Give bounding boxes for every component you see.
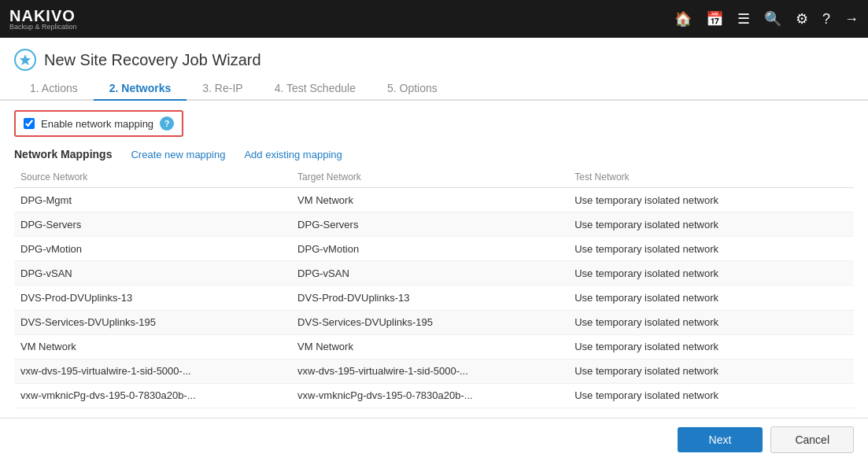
cell-target: DVS-Services-DVUplinks-195 [291,310,568,334]
table-row: DVS-Prod-DVUplinks-13DVS-Prod-DVUplinks-… [14,286,854,310]
cell-target: DPG-vMotion [291,237,568,261]
table-row: DPG-vSANDPG-vSANUse temporary isolated n… [14,261,854,286]
cell-test: Use temporary isolated network [568,188,854,212]
mapping-table: Source Network Target Network Test Netwo… [14,167,854,408]
main-container: New Site Recovery Job Wizard 1. Actions … [0,38,868,461]
cell-target: VM Network [291,334,568,359]
footer: Next Cancel [0,418,868,461]
table-body: DPG-MgmtVM NetworkUse temporary isolated… [14,188,854,408]
cell-target: DPG-Servers [291,212,568,237]
home-icon[interactable]: 🏠 [674,10,692,28]
calendar-icon[interactable]: 📅 [706,10,723,28]
enable-mapping-row: Enable network mapping ? [14,110,183,137]
cell-target: VM Network [291,188,568,212]
settings-icon[interactable]: ⚙ [796,10,808,28]
table-row: vxw-dvs-195-virtualwire-1-sid-5000-...vx… [14,359,854,383]
topbar: NAKIVO Backup & Replication 🏠 📅 ☰ 🔍 ⚙ ? … [0,0,868,38]
topbar-icons: 🏠 📅 ☰ 🔍 ⚙ ? → [674,10,859,28]
create-new-mapping-link[interactable]: Create new mapping [131,149,225,160]
table-header: Source Network Target Network Test Netwo… [14,167,854,188]
tab-actions[interactable]: 1. Actions [14,77,94,101]
cell-target: DPG-vSAN [291,261,568,286]
cell-source: DPG-vMotion [14,237,291,261]
cell-source: DPG-Mgmt [14,188,291,212]
table-row: DVS-Services-DVUplinks-195DVS-Services-D… [14,310,854,334]
table-row: DPG-ServersDPG-ServersUse temporary isol… [14,212,854,237]
logout-icon[interactable]: → [844,11,859,28]
cell-source: vxw-dvs-195-virtualwire-1-sid-5000-... [14,359,291,383]
cell-source: DVS-Prod-DVUplinks-13 [14,286,291,310]
col-header-source: Source Network [14,167,291,188]
cell-target: vxw-vmknicPg-dvs-195-0-7830a20b-... [291,383,568,408]
cell-source: DPG-vSAN [14,261,291,286]
col-header-target: Target Network [291,167,568,188]
cell-test: Use temporary isolated network [568,212,854,237]
cell-source: VM Network [14,334,291,359]
tab-reip[interactable]: 3. Re-IP [187,77,258,101]
tab-test-schedule[interactable]: 4. Test Schedule [259,77,371,101]
network-mappings-header: Network Mappings Create new mapping Add … [14,148,854,160]
cell-source: vxw-vmknicPg-dvs-195-0-7830a20b-... [14,383,291,408]
table-row: DPG-vMotionDPG-vMotionUse temporary isol… [14,237,854,261]
tabs-bar: 1. Actions 2. Networks 3. Re-IP 4. Test … [0,71,868,101]
col-header-test: Test Network [568,167,854,188]
content-area: Enable network mapping ? Network Mapping… [0,101,868,418]
cell-source: DPG-Servers [14,212,291,237]
logo: NAKIVO Backup & Replication [9,8,77,31]
add-existing-mapping-link[interactable]: Add existing mapping [244,149,342,160]
table-row: vxw-vmknicPg-dvs-195-0-7830a20b-...vxw-v… [14,383,854,408]
help-icon[interactable]: ? [822,11,830,28]
cell-target: vxw-dvs-195-virtualwire-1-sid-5000-... [291,359,568,383]
cell-test: Use temporary isolated network [568,237,854,261]
table-row: DPG-MgmtVM NetworkUse temporary isolated… [14,188,854,212]
cell-test: Use temporary isolated network [568,383,854,408]
logo-nakivo: NAKIVO [9,8,77,24]
tab-options[interactable]: 5. Options [371,77,453,101]
cell-test: Use temporary isolated network [568,334,854,359]
enable-mapping-checkbox[interactable] [24,118,35,129]
logo-subtitle: Backup & Replication [9,24,77,31]
wizard-header: New Site Recovery Job Wizard [0,38,868,71]
cell-target: DVS-Prod-DVUplinks-13 [291,286,568,310]
next-button[interactable]: Next [678,427,763,452]
table-row: VM NetworkVM NetworkUse temporary isolat… [14,334,854,359]
network-mappings-title: Network Mappings [14,148,112,160]
cell-test: Use temporary isolated network [568,286,854,310]
enable-mapping-label: Enable network mapping [41,118,153,130]
cell-test: Use temporary isolated network [568,310,854,334]
cancel-button[interactable]: Cancel [770,426,854,453]
cell-source: DVS-Services-DVUplinks-195 [14,310,291,334]
mapping-help-icon[interactable]: ? [160,116,174,131]
list-icon[interactable]: ☰ [737,10,750,28]
cell-test: Use temporary isolated network [568,359,854,383]
cell-test: Use temporary isolated network [568,261,854,286]
search-icon[interactable]: 🔍 [764,10,781,28]
wizard-title: New Site Recovery Job Wizard [44,51,261,69]
tab-networks[interactable]: 2. Networks [94,77,187,101]
wizard-icon [14,49,36,71]
